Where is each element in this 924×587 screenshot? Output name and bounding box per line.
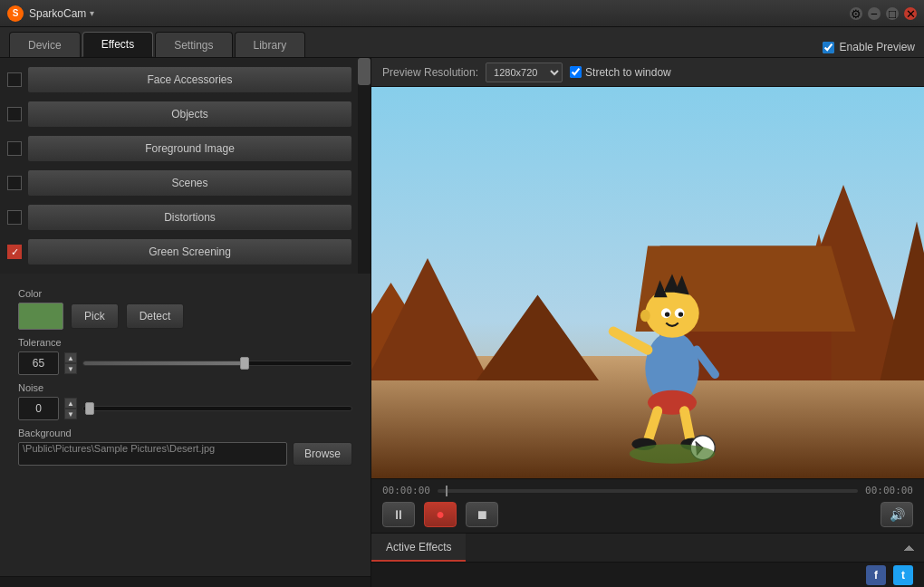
- timeline-cursor[interactable]: [446, 486, 448, 496]
- svg-point-29: [630, 444, 716, 464]
- svg-point-19: [640, 310, 650, 322]
- effects-list: Face Accessories Objects Foreground Imag…: [0, 58, 371, 274]
- noise-stepper: ▲ ▼: [64, 398, 77, 419]
- svg-point-11: [645, 289, 698, 338]
- face-accessories-checkbox[interactable]: [7, 72, 22, 87]
- active-effects-bar: Active Effects ⏶: [371, 533, 924, 562]
- noise-up-button[interactable]: ▲: [64, 398, 77, 409]
- settings-icon[interactable]: ⚙: [850, 7, 862, 20]
- pause-icon: ⏸: [392, 507, 405, 522]
- color-label: Color: [18, 288, 352, 299]
- face-accessories-button[interactable]: Face Accessories: [27, 66, 352, 93]
- noise-input[interactable]: [18, 397, 59, 420]
- tab-device[interactable]: Device: [9, 32, 81, 57]
- background-row: \Public\Pictures\Sample Pictures\Desert.…: [18, 442, 352, 466]
- effect-row-face-accessories: Face Accessories: [4, 63, 356, 96]
- tolerance-slider-track[interactable]: [82, 361, 352, 366]
- resolution-select[interactable]: 1280x720 640x480 1920x1080: [486, 63, 563, 82]
- green-screening-checkbox[interactable]: [7, 245, 22, 259]
- scenes-checkbox[interactable]: [7, 176, 22, 190]
- record-button[interactable]: ●: [424, 502, 457, 527]
- tolerance-row: ▲ ▼: [18, 351, 352, 375]
- tolerance-input[interactable]: [18, 351, 59, 375]
- tab-library[interactable]: Library: [235, 32, 306, 57]
- horizontal-scrollbar[interactable]: [0, 576, 371, 587]
- svg-point-18: [679, 312, 683, 316]
- color-row: Pick Detect: [18, 303, 352, 330]
- svg-line-24: [685, 411, 691, 442]
- noise-label: Noise: [18, 382, 352, 393]
- effect-row-green-screening: Green Screening: [4, 236, 356, 268]
- status-bar: f t: [371, 562, 924, 587]
- scroll-track[interactable]: [358, 58, 371, 274]
- close-button[interactable]: ✕: [904, 7, 917, 20]
- tolerance-label: Tolerance: [18, 337, 352, 348]
- enable-preview-label: Enable Preview: [840, 41, 915, 53]
- scroll-thumb[interactable]: [358, 58, 371, 85]
- noise-slider-track[interactable]: [82, 406, 352, 411]
- pause-button[interactable]: ⏸: [382, 502, 415, 527]
- timeline-track[interactable]: [438, 489, 858, 493]
- app-name: SparkoCam: [29, 7, 86, 20]
- tolerance-slider-thumb[interactable]: [240, 357, 249, 370]
- background-path[interactable]: \Public\Pictures\Sample Pictures\Desert.…: [18, 442, 287, 466]
- enable-preview-control: Enable Preview: [823, 41, 915, 53]
- transport-bar: 00:00:00 00:00:00 ⏸ ● ⏹ 🔊: [371, 478, 924, 533]
- svg-point-17: [665, 312, 669, 316]
- volume-button[interactable]: 🔊: [881, 502, 913, 527]
- distortions-checkbox[interactable]: [7, 210, 22, 225]
- time-start: 00:00:00: [382, 485, 430, 496]
- tolerance-down-button[interactable]: ▼: [64, 363, 77, 374]
- stretch-checkbox[interactable]: [570, 66, 582, 78]
- maximize-button[interactable]: □: [886, 7, 899, 20]
- tab-settings[interactable]: Settings: [155, 32, 232, 57]
- enable-preview-checkbox[interactable]: [823, 42, 834, 53]
- active-effects-tab[interactable]: Active Effects: [371, 534, 466, 562]
- color-swatch[interactable]: [18, 303, 63, 330]
- scenes-button[interactable]: Scenes: [27, 169, 352, 197]
- noise-row: ▲ ▼: [18, 397, 352, 420]
- stretch-to-window-label[interactable]: Stretch to window: [570, 66, 671, 79]
- expand-active-effects-button[interactable]: ⏶: [895, 534, 924, 562]
- window-controls: ⚙ − □ ✕: [850, 7, 917, 20]
- minimize-button[interactable]: −: [868, 7, 881, 20]
- effect-row-foreground-image: Foreground Image: [4, 132, 356, 165]
- tab-bar: Device Effects Settings Library Enable P…: [0, 27, 924, 58]
- effect-row-distortions: Distortions: [4, 201, 356, 234]
- record-icon: ●: [436, 506, 445, 523]
- video-preview: [371, 87, 924, 478]
- effect-row-objects: Objects: [4, 98, 356, 130]
- objects-button[interactable]: Objects: [27, 101, 352, 128]
- distortions-button[interactable]: Distortions: [27, 204, 352, 231]
- snapshot-button[interactable]: ⏹: [466, 502, 498, 527]
- timeline-row: 00:00:00 00:00:00: [382, 485, 913, 496]
- foreground-image-button[interactable]: Foreground Image: [27, 135, 352, 162]
- preview-scene-svg: [371, 87, 924, 478]
- snapshot-icon: ⏹: [476, 507, 488, 522]
- title-bar: S SparkoCam ▾ ⚙ − □ ✕: [0, 0, 924, 27]
- tab-effects[interactable]: Effects: [82, 32, 153, 57]
- preview-header: Preview Resolution: 1280x720 640x480 192…: [371, 58, 924, 87]
- twitter-button[interactable]: t: [893, 565, 913, 585]
- tolerance-stepper: ▲ ▼: [64, 352, 77, 374]
- pick-button[interactable]: Pick: [71, 303, 119, 329]
- objects-checkbox[interactable]: [7, 107, 22, 121]
- green-screen-controls: Color Pick Detect Tolerance ▲ ▼ Noise: [0, 274, 371, 576]
- effect-row-scenes: Scenes: [4, 167, 356, 199]
- dropdown-arrow-icon[interactable]: ▾: [90, 8, 94, 18]
- stretch-label-text: Stretch to window: [585, 66, 671, 79]
- preview-resolution-label: Preview Resolution:: [382, 66, 478, 79]
- background-label: Background: [18, 428, 352, 438]
- app-logo: S: [7, 5, 24, 22]
- preview-image: [371, 87, 924, 478]
- tolerance-up-button[interactable]: ▲: [64, 352, 77, 363]
- active-effects-label: Active Effects: [386, 541, 451, 553]
- noise-slider-thumb[interactable]: [85, 402, 94, 415]
- right-panel: Preview Resolution: 1280x720 640x480 192…: [371, 58, 924, 587]
- foreground-image-checkbox[interactable]: [7, 141, 22, 156]
- facebook-button[interactable]: f: [866, 565, 886, 585]
- green-screening-button[interactable]: Green Screening: [27, 238, 352, 265]
- browse-button[interactable]: Browse: [293, 442, 352, 466]
- noise-down-button[interactable]: ▼: [64, 409, 77, 419]
- detect-button[interactable]: Detect: [126, 303, 185, 329]
